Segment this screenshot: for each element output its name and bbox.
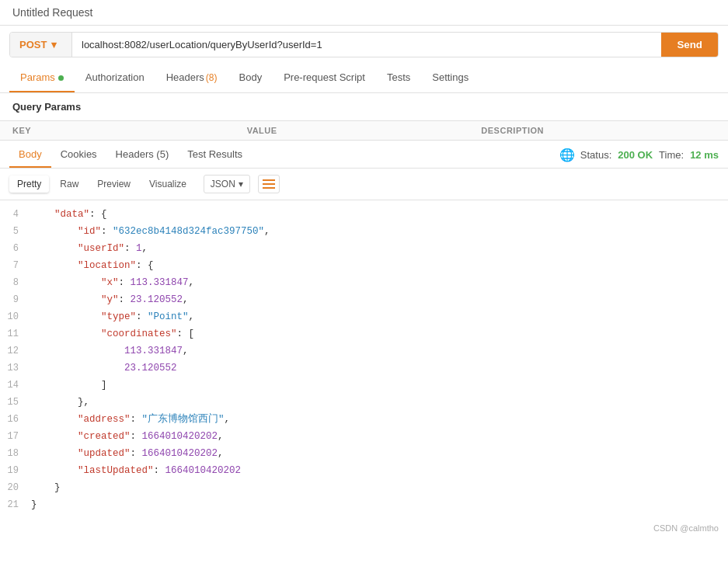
- line-number: 11: [0, 326, 31, 342]
- tab-settings-label: Settings: [432, 71, 468, 83]
- line-number: 8: [0, 275, 31, 290]
- col-value: VALUE: [247, 126, 482, 135]
- json-format-select[interactable]: JSON ▾: [204, 175, 250, 193]
- code-line: 11 "coordinates": [: [0, 326, 728, 343]
- line-content: "lastUpdated": 1664010420202: [31, 463, 728, 479]
- line-content: "y": 23.120552,: [31, 292, 728, 308]
- send-button[interactable]: Send: [661, 33, 718, 57]
- line-number: 18: [0, 446, 31, 461]
- response-tab-cookies[interactable]: Cookies: [51, 142, 106, 168]
- code-line: 13 23.120552: [0, 360, 728, 377]
- line-content: "location": {: [31, 258, 728, 274]
- tab-params[interactable]: Params: [9, 64, 75, 92]
- tab-tests-label: Tests: [387, 71, 410, 83]
- line-number: 12: [0, 343, 31, 359]
- tab-body-label: Body: [239, 71, 263, 83]
- line-content: }: [31, 497, 728, 513]
- status-label: Status:: [580, 149, 611, 161]
- line-number: 17: [0, 429, 31, 444]
- request-tabs: Params Authorization Headers (8) Body Pr…: [0, 64, 728, 93]
- time-label: Time:: [659, 149, 684, 161]
- line-content: 113.331847,: [31, 343, 728, 360]
- json-label: JSON: [211, 179, 235, 189]
- line-number: 7: [0, 258, 31, 273]
- code-line: 16 "address": "广东博物馆西门",: [0, 412, 728, 429]
- line-number: 20: [0, 480, 31, 495]
- svg-rect-0: [263, 179, 275, 181]
- query-params-section: Query Params: [0, 93, 728, 121]
- response-tab-headers[interactable]: Headers (5): [106, 142, 179, 168]
- code-line: 12 113.331847,: [0, 343, 728, 360]
- line-content: "x": 113.331847,: [31, 275, 728, 291]
- code-line: 18 "updated": 1664010420202,: [0, 446, 728, 463]
- method-selector[interactable]: POST ▾: [10, 33, 72, 57]
- line-number: 9: [0, 292, 31, 308]
- request-title: Untitled Request: [12, 6, 93, 19]
- code-line: 6 "userId": 1,: [0, 241, 728, 258]
- tab-authorization-label: Authorization: [85, 71, 145, 83]
- line-number: 5: [0, 224, 31, 239]
- response-toolbar: Pretty Raw Preview Visualize JSON ▾: [0, 169, 728, 200]
- tab-settings[interactable]: Settings: [421, 64, 479, 92]
- tab-authorization[interactable]: Authorization: [75, 64, 155, 92]
- time-value: 12 ms: [690, 149, 719, 161]
- tab-params-label: Params: [20, 71, 55, 83]
- code-line: 8 "x": 113.331847,: [0, 275, 728, 292]
- wrap-icon: [263, 179, 275, 189]
- line-content: }: [31, 480, 728, 496]
- status-value: 200 OK: [618, 149, 653, 161]
- title-bar: Untitled Request: [0, 0, 728, 26]
- params-dot: [58, 75, 64, 81]
- tab-tests[interactable]: Tests: [376, 64, 421, 92]
- line-number: 10: [0, 309, 31, 325]
- line-content: "created": 1664010420202,: [31, 429, 728, 445]
- code-line: 17 "created": 1664010420202,: [0, 429, 728, 446]
- pretty-btn[interactable]: Pretty: [9, 176, 49, 193]
- url-input[interactable]: [72, 33, 661, 57]
- raw-btn[interactable]: Raw: [52, 176, 86, 193]
- response-status-bar: 🌐 Status: 200 OK Time: 12 ms: [560, 148, 719, 162]
- tab-headers[interactable]: Headers (8): [155, 64, 228, 92]
- line-number: 16: [0, 412, 31, 427]
- col-key: KEY: [12, 126, 247, 135]
- code-line: 4 "data": {: [0, 207, 728, 224]
- tab-body[interactable]: Body: [228, 64, 273, 92]
- line-number: 6: [0, 241, 31, 256]
- code-line: 5 "id": "632ec8b4148d324fac397750",: [0, 224, 728, 241]
- line-content: "data": {: [31, 207, 728, 223]
- code-line: 10 "type": "Point",: [0, 309, 728, 326]
- line-content: "type": "Point",: [31, 309, 728, 325]
- line-content: "updated": 1664010420202,: [31, 446, 728, 462]
- code-line: 21}: [0, 497, 728, 514]
- code-line: 9 "y": 23.120552,: [0, 292, 728, 309]
- line-content: "id": "632ec8b4148d324fac397750",: [31, 224, 728, 240]
- tab-pre-request-script[interactable]: Pre-request Script: [273, 64, 376, 92]
- line-content: "userId": 1,: [31, 241, 728, 257]
- code-line: 15 },: [0, 395, 728, 412]
- globe-icon: 🌐: [560, 148, 574, 162]
- response-section: Body Cookies Headers (5) Test Results 🌐 …: [0, 142, 728, 520]
- wrap-button[interactable]: [258, 175, 280, 193]
- line-content: },: [31, 395, 728, 411]
- line-number: 19: [0, 463, 31, 478]
- visualize-btn[interactable]: Visualize: [141, 176, 194, 193]
- code-line: 7 "location": {: [0, 258, 728, 275]
- footer-watermark: CSDN @calmtho: [0, 520, 728, 536]
- watermark-text: CSDN @calmtho: [653, 523, 719, 533]
- url-bar: POST ▾ Send: [9, 32, 719, 57]
- response-tab-body[interactable]: Body: [9, 142, 51, 168]
- line-number: 14: [0, 377, 31, 393]
- line-number: 4: [0, 207, 31, 222]
- col-description: DESCRIPTION: [481, 126, 716, 135]
- code-line: 14 ]: [0, 377, 728, 395]
- tab-headers-label: Headers: [166, 71, 204, 83]
- params-table-header: KEY VALUE DESCRIPTION: [0, 121, 728, 141]
- response-tab-test-results[interactable]: Test Results: [178, 142, 252, 168]
- preview-btn[interactable]: Preview: [89, 176, 138, 193]
- line-content: "address": "广东博物馆西门",: [31, 412, 728, 428]
- method-label: POST: [19, 39, 47, 50]
- line-number: 15: [0, 395, 31, 410]
- response-tabs-row: Body Cookies Headers (5) Test Results 🌐 …: [0, 142, 728, 169]
- query-params-label: Query Params: [12, 101, 81, 113]
- json-chevron-icon: ▾: [239, 179, 243, 189]
